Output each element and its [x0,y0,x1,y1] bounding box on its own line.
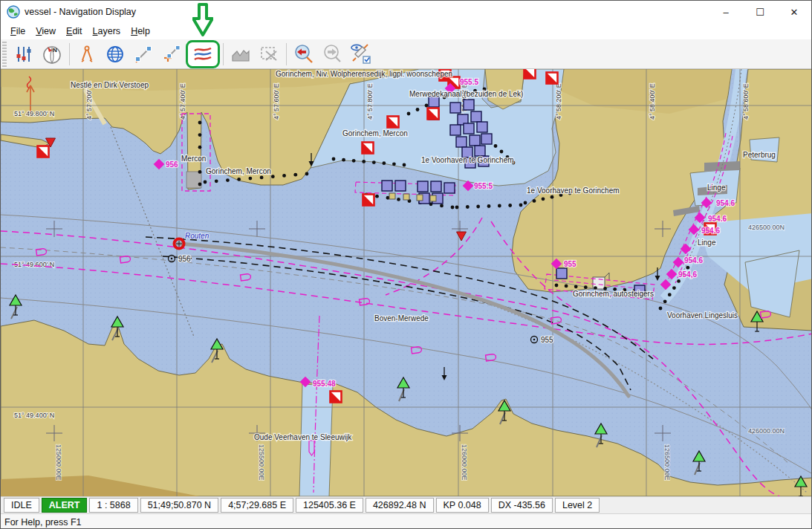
menu-help[interactable]: Help [126,25,155,38]
waterways-button[interactable] [186,40,220,68]
status-cell-dx-435-56: DX -435.56 [491,498,553,513]
status-cell-kp-0-048: KP 0.048 [436,498,489,513]
compass-button[interactable]: N [38,41,66,68]
building-square [475,146,485,156]
place-label: Peterbrug [743,151,776,159]
building-square [395,181,406,191]
add-waypoint-button[interactable] [157,41,186,68]
km-label: 954.6 [701,227,720,235]
toolbar: N [1,39,811,69]
building-square [450,103,461,113]
place-label: Mercon [181,155,206,163]
building-square [471,111,481,122]
place-label: Gorinchem, autosteigers [573,290,654,298]
km-label: 955.5 [460,78,478,86]
svg-text:126500.00E: 126500.00E [663,444,671,481]
building-square [429,97,439,107]
place-label: 1e Voorhaven te Gorinchem [421,156,514,164]
menu-view[interactable]: View [30,25,61,38]
building-square [418,181,428,192]
building-square [464,100,474,110]
waterways-icon [192,44,213,65]
application-window: vessel - Navigation Display –☐✕ FileView… [0,0,812,529]
svg-text:4° 58.200' E: 4° 58.200' E [555,83,562,120]
globe-icon [105,45,125,64]
status-cell-4-57-29-685-e: 4;57;29.685 E [221,498,293,513]
svg-text:N: N [53,47,57,53]
place-label: Linge [698,238,716,247]
menu-file[interactable]: File [5,25,30,38]
chart-map-view[interactable]: 4° 57.200' E4° 57.400' E4° 57.600' E4° 5… [1,69,812,496]
display-settings-icon [14,45,33,64]
place-label: Merwedekanaal (bezuiden de Lek) [409,90,523,98]
svg-text:426000.00N: 426000.00N [748,427,785,435]
status-cell-level-2: Level 2 [555,498,600,513]
building-square [431,181,441,192]
minimize-button[interactable]: – [709,1,743,23]
km-label: 955.48 [313,380,336,388]
green-annotation-arrow [192,3,213,37]
building-square [481,134,492,144]
maximize-button[interactable]: ☐ [743,1,777,23]
peterbrug-bridge [704,161,740,172]
svg-text:955: 955 [541,336,553,344]
svg-text:4° 57.600' E: 4° 57.600' E [273,83,280,120]
svg-text:51° 49.400' N: 51° 49.400' N [14,412,54,419]
km-label: 956 [166,160,178,169]
lingesluis-basin-water [745,250,799,317]
layer-visibility-button[interactable] [346,41,374,68]
toolbar-separator [223,43,224,65]
add-waypoint-icon [162,45,181,64]
area-graph-icon [230,45,251,64]
measure-distance-button[interactable] [129,41,157,68]
place-label: 1e Voorhaven te Gorinchem [527,186,620,195]
zoom-previous-button[interactable] [290,41,318,68]
building-square [456,137,467,147]
window-controls: –☐✕ [709,1,811,23]
svg-text:125500.00E: 125500.00E [258,444,265,481]
svg-text:125000.00E: 125000.00E [55,444,62,481]
svg-text:51° 49.800' N: 51° 49.800' N [14,110,54,117]
km-label: 954.6 [684,256,703,264]
menu-edit[interactable]: Edit [61,25,88,38]
place-label: Nestlé en Dirk Verstoep [71,81,149,89]
dividers-icon [77,45,97,64]
building-square [444,183,455,193]
title-bar[interactable]: vessel - Navigation Display –☐✕ [1,1,811,23]
svg-text:126000.00E: 126000.00E [461,444,468,481]
km-label: 954.6 [708,215,727,223]
menu-layers[interactable]: Layers [88,25,126,38]
close-button[interactable]: ✕ [777,1,811,23]
status-cell-alert: ALERT [42,498,88,513]
status-bar: IDLEALERT1 : 586851;49;50.870 N4;57;29.6… [1,496,811,513]
select-region-button[interactable] [255,41,283,68]
display-settings-button[interactable] [10,41,38,68]
place-label: Oude Veerhaven te Sleeuwijk [254,433,352,441]
place-label: Gorinchem, Mercon [342,129,408,137]
select-region-icon [259,45,279,64]
svg-text:426500.00N: 426500.00N [748,224,785,231]
svg-text:4° 58.400' E: 4° 58.400' E [649,83,656,120]
km-label: 955 [564,260,576,268]
help-bar: For Help, press F1 [1,513,811,529]
toolbar-gripper[interactable] [2,42,7,67]
toolbar-separator [69,43,70,65]
layer-visibility-icon [348,43,372,65]
place-label: Boven-Merwede [374,314,429,322]
building-square [464,123,474,134]
zoom-next-button[interactable] [318,41,346,68]
status-cell-idle: IDLE [4,498,39,513]
area-graph-button[interactable] [227,41,255,68]
globe-button[interactable] [101,41,129,68]
zoom-next-icon [321,43,343,65]
app-globe-icon [7,5,20,19]
place-label: Linge [707,184,726,192]
building-square [556,268,567,279]
dividers-button[interactable] [73,41,101,68]
place-label: Voorhaven Lingesluis [667,311,738,319]
km-label: 954.6 [716,199,735,207]
vessel-label: Routen [185,232,210,240]
place-label: Gorinchem, Mercon [206,167,271,175]
measure-distance-icon [134,45,153,64]
status-cell-125405-36-e: 125405.36 E [296,498,363,513]
